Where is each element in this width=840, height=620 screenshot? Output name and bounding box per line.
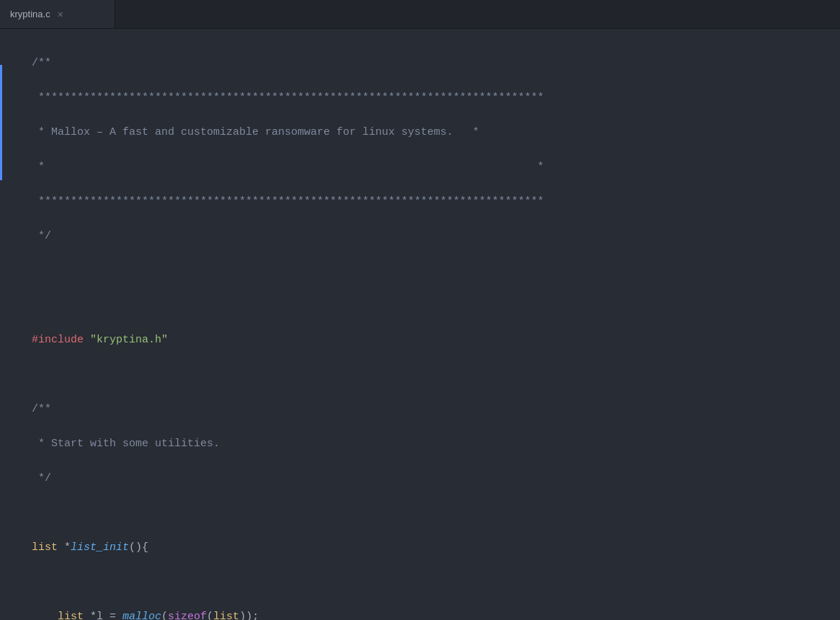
tab-bar: kryptina.c ×	[0, 0, 840, 29]
code-line: #include "kryptina.h"	[32, 332, 840, 349]
code-line	[32, 262, 840, 280]
code-content[interactable]: /** ************************************…	[0, 29, 840, 620]
code-line	[32, 574, 840, 591]
code-line: ****************************************…	[32, 193, 840, 211]
code-line: list *list_init(){	[32, 539, 840, 557]
code-line: * Mallox – A fast and customizable ranso…	[32, 124, 840, 141]
tab-close-button[interactable]: ×	[58, 9, 63, 19]
code-line	[32, 297, 840, 314]
code-line: /**	[32, 401, 840, 418]
code-line	[32, 366, 840, 384]
tab-kryptina[interactable]: kryptina.c ×	[0, 0, 115, 28]
code-line: /**	[32, 55, 840, 72]
code-line: * *	[32, 159, 840, 176]
tab-inactive-area	[115, 0, 840, 28]
code-line	[32, 505, 840, 522]
active-line-indicator	[0, 65, 2, 180]
tab-filename: kryptina.c	[10, 9, 50, 19]
code-line: ****************************************…	[32, 89, 840, 107]
code-line: */	[32, 470, 840, 487]
code-editor: /** ************************************…	[0, 29, 840, 620]
code-line: */	[32, 228, 840, 245]
code-line: * Start with some utilities.	[32, 435, 840, 453]
code-line: list *l = malloc(sizeof(list));	[32, 608, 840, 620]
